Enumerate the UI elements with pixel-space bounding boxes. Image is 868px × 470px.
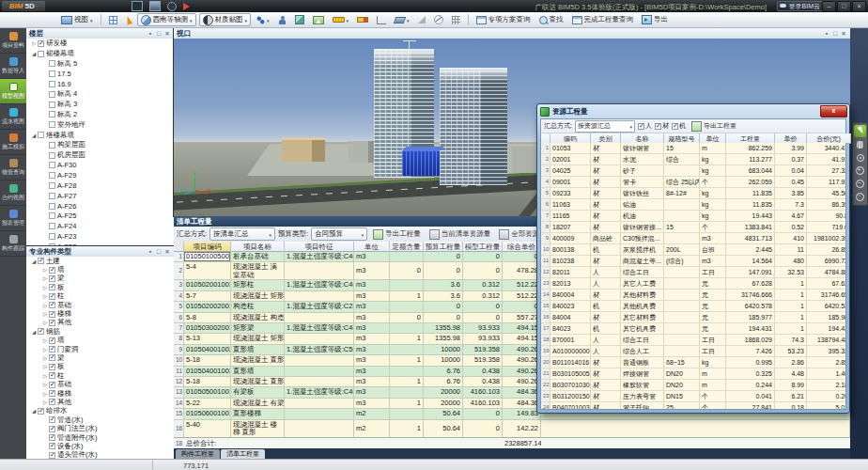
category-cell[interactable]: 材: [591, 312, 621, 322]
close-icon[interactable]: [840, 30, 847, 38]
floor-tree-row[interactable]: 标高 3: [26, 100, 174, 110]
category-cell[interactable]: 机: [591, 301, 621, 311]
spec-cell[interactable]: DN20: [664, 368, 700, 379]
type-tree-row[interactable]: 墙: [26, 265, 174, 274]
float-icon[interactable]: [831, 30, 839, 38]
type-checkbox[interactable]: [49, 443, 55, 449]
name-cell[interactable]: 商混凝土等...: [621, 256, 664, 266]
name-cell[interactable]: 矩形梁: [231, 323, 285, 333]
feature-cell[interactable]: [285, 291, 354, 301]
floor-tree-row[interactable]: 标高 2: [26, 110, 174, 120]
qty-cell[interactable]: 19.443: [726, 211, 775, 221]
column-header-price[interactable]: 综合单价: [503, 242, 541, 252]
total-cell[interactable]: 27.32: [807, 165, 845, 176]
pin-icon[interactable]: [147, 248, 154, 256]
sidebar-item[interactable]: 合约视图: [0, 180, 26, 206]
type-tree-row[interactable]: 楼梯: [26, 389, 174, 398]
code-cell[interactable]: 5-18: [184, 355, 231, 365]
unit-cell[interactable]: m3: [354, 262, 390, 279]
code-cell[interactable]: 400009: [550, 233, 591, 243]
person-checkbox[interactable]: 人: [638, 121, 652, 131]
type-tree-row[interactable]: 阀门法兰(水): [26, 424, 174, 432]
type-checkbox[interactable]: [49, 302, 55, 308]
price-cell[interactable]: 4.67: [775, 211, 807, 221]
code-cell[interactable]: B040701003: [550, 402, 591, 409]
pan-tool[interactable]: [854, 138, 866, 150]
category-cell[interactable]: 材: [591, 357, 621, 368]
name-cell[interactable]: 直形楼梯: [231, 409, 285, 418]
type-checkbox[interactable]: [49, 311, 55, 318]
price-cell[interactable]: 490.26: [503, 367, 541, 376]
type-tree-row[interactable]: 土建: [26, 257, 174, 265]
type-checkbox[interactable]: [49, 452, 55, 459]
find-button[interactable]: 查找: [536, 14, 566, 26]
floor-checkbox[interactable]: [49, 60, 55, 67]
feature-cell[interactable]: 1.混凝土强度等级:C40: [285, 252, 354, 261]
floor-tree-row[interactable]: A-F27: [26, 191, 174, 201]
price-cell[interactable]: 11: [775, 244, 807, 255]
total-cell[interactable]: 719.6: [807, 222, 845, 232]
code-cell[interactable]: 800138: [550, 244, 591, 255]
resource-table-row[interactable]: 19 A010000000 人 综合人工 工日 7.426 53.23 395.…: [541, 346, 845, 357]
name-cell[interactable]: 砂子: [621, 165, 664, 176]
marker-button[interactable]: [354, 14, 371, 26]
budget-qty-cell[interactable]: 3.6: [424, 280, 463, 290]
spec-cell[interactable]: 8#-12#: [664, 188, 700, 198]
type-checkbox[interactable]: [49, 416, 55, 423]
code-cell[interactable]: 5-7: [184, 291, 231, 301]
name-cell[interactable]: 水泥: [621, 154, 664, 164]
qty-cell[interactable]: 67.628: [726, 278, 775, 289]
name-cell[interactable]: 橡胶软管: [621, 380, 664, 390]
spec-cell[interactable]: DN15: [664, 391, 700, 401]
model-qty-cell[interactable]: 0: [463, 302, 503, 311]
budget-qty-cell[interactable]: 6.76: [424, 367, 463, 376]
code-cell[interactable]: 5-13: [184, 334, 231, 343]
quota-cell[interactable]: 0: [390, 313, 424, 322]
price-cell[interactable]: 490.26: [503, 355, 541, 365]
resource-table-row[interactable]: 7 11165 材 机油 kg 19.443 4.67 90.8: [541, 211, 845, 222]
price-cell[interactable]: 1: [775, 278, 807, 289]
category-cell[interactable]: 人: [591, 278, 621, 289]
unit-cell[interactable]: m3: [700, 233, 726, 243]
type-checkbox[interactable]: [49, 390, 55, 397]
expander-icon[interactable]: [41, 355, 49, 361]
spec-cell[interactable]: [664, 233, 700, 243]
qty-cell[interactable]: 11.835: [726, 188, 775, 198]
total-cell[interactable]: 6420.53: [807, 301, 845, 311]
price-cell[interactable]: 0.45: [775, 177, 807, 187]
boq-table-row[interactable]: 16 5-40 现浇混凝土 楼梯 直形 m2 1 50.64 0 142.22: [174, 420, 850, 438]
unit-cell[interactable]: m3: [354, 345, 390, 354]
unit-cell[interactable]: m3: [700, 256, 726, 266]
category-cell[interactable]: 材: [591, 402, 621, 409]
code-cell[interactable]: 11165: [550, 211, 591, 221]
price-cell[interactable]: 1: [775, 312, 807, 322]
spec-cell[interactable]: 15: [664, 222, 700, 232]
north-arrow-button[interactable]: [123, 14, 134, 26]
total-cell[interactable]: 185.98: [807, 312, 845, 322]
expander-icon[interactable]: [41, 303, 49, 308]
unit-cell[interactable]: 元: [700, 301, 726, 311]
type-tree-row[interactable]: 楼梯: [26, 309, 174, 318]
quota-cell[interactable]: [390, 345, 424, 354]
unit-cell[interactable]: 工日: [700, 346, 726, 356]
walk-mode-button[interactable]: [254, 14, 272, 26]
qty-cell[interactable]: 862.259: [726, 143, 775, 153]
price-cell[interactable]: 3.85: [775, 188, 807, 198]
code-cell[interactable]: A010000000: [550, 346, 591, 356]
budget-qty-cell[interactable]: 3.6: [424, 291, 463, 301]
quick-monitor-icon[interactable]: [132, 1, 143, 11]
name-cell[interactable]: 普通钢板: [621, 357, 664, 368]
type-tree-row[interactable]: 梁: [26, 353, 174, 362]
resource-table-row[interactable]: 20 B011014016 材 普通钢板 δ8~15 kg 0.995 2.86…: [541, 357, 845, 368]
type-tree-row[interactable]: 设备(水): [26, 442, 174, 450]
resource-table-row[interactable]: 12 82011 人 综合工日 工日 147.091 32.53 4784.88: [541, 267, 845, 278]
feature-cell[interactable]: [285, 409, 354, 418]
floor-checkbox[interactable]: [49, 152, 55, 159]
name-cell[interactable]: 灰浆搅拌机: [621, 244, 664, 255]
unit-cell[interactable]: kg: [700, 165, 726, 176]
expander-icon[interactable]: [30, 408, 38, 414]
quota-cell[interactable]: [390, 280, 424, 290]
resource-table-row[interactable]: 18 870001 人 综合工日 工日 1868.029 74.3 138794…: [541, 335, 845, 346]
name-cell[interactable]: 焊接钢管: [621, 368, 664, 379]
tab-component-quantity[interactable]: 构件工程量: [176, 449, 220, 459]
